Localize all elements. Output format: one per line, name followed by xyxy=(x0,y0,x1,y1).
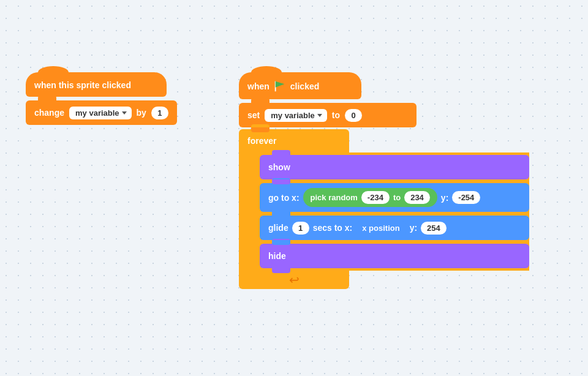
clicked-label: clicked xyxy=(290,81,319,91)
x-position-block[interactable]: x position xyxy=(356,221,405,235)
change-variable-block[interactable]: change my variable by 1 xyxy=(26,100,177,125)
when-label: when xyxy=(247,81,270,91)
pick-random-label: pick random xyxy=(311,193,358,202)
forever-inner: show go to x: pick random -234 to 234 xyxy=(239,152,529,271)
forever-top[interactable]: forever xyxy=(239,129,349,152)
forever-label: forever xyxy=(247,136,276,146)
hide-label: hide xyxy=(268,251,286,261)
dropdown-arrow-icon xyxy=(122,111,127,115)
set-to-label: to xyxy=(332,110,340,120)
when-flag-clicked-block[interactable]: when clicked xyxy=(239,72,361,99)
set-variable-dropdown[interactable]: my variable xyxy=(265,109,327,122)
goto-y-value-pill[interactable]: -254 xyxy=(452,191,480,204)
forever-block[interactable]: forever show go to x: pick random -234 t… xyxy=(239,129,529,289)
change-value-pill[interactable]: 1 xyxy=(151,107,168,119)
when-sprite-clicked-block[interactable]: when this sprite clicked xyxy=(26,72,167,97)
set-variable-block[interactable]: set my variable to 0 xyxy=(239,103,417,127)
svg-marker-1 xyxy=(275,81,284,88)
pick-random-to-label: to xyxy=(393,193,401,202)
right-stack: when clicked set my variable to 0 foreve… xyxy=(239,72,529,289)
set-value-pill[interactable]: 0 xyxy=(345,109,362,122)
hide-block[interactable]: hide xyxy=(260,244,529,268)
glide-value-pill[interactable]: 1 xyxy=(292,222,309,235)
set-label: set xyxy=(247,110,260,120)
forever-bottom: ↩ xyxy=(239,271,349,289)
glide-y-label: y: xyxy=(410,223,417,233)
by-label: by xyxy=(137,108,146,118)
set-dropdown-arrow-icon xyxy=(317,114,322,117)
show-label: show xyxy=(268,162,290,172)
glide-y-value-pill[interactable]: 254 xyxy=(421,222,447,235)
goto-y-label: y: xyxy=(441,193,448,203)
pick-random-block[interactable]: pick random -234 to 234 xyxy=(303,188,437,207)
variable-dropdown[interactable]: my variable xyxy=(69,107,132,119)
glide-secs-label: secs to x: xyxy=(313,223,353,233)
glide-block[interactable]: glide 1 secs to x: x position y: 254 xyxy=(260,216,529,240)
left-stack: when this sprite clicked change my varia… xyxy=(26,72,177,125)
workspace: when this sprite clicked change my varia… xyxy=(0,0,588,376)
when-sprite-clicked-label: when this sprite clicked xyxy=(34,80,131,90)
pick-random-from-pill[interactable]: -234 xyxy=(361,191,390,204)
change-label: change xyxy=(34,108,64,118)
green-flag-icon xyxy=(273,80,287,93)
goto-block[interactable]: go to x: pick random -234 to 234 y: -254 xyxy=(260,183,529,212)
pick-random-to-pill[interactable]: 234 xyxy=(404,191,430,204)
goto-label: go to x: xyxy=(268,193,300,203)
loop-arrow-icon: ↩ xyxy=(289,273,300,287)
show-block[interactable]: show xyxy=(260,155,529,179)
glide-label: glide xyxy=(268,223,288,233)
